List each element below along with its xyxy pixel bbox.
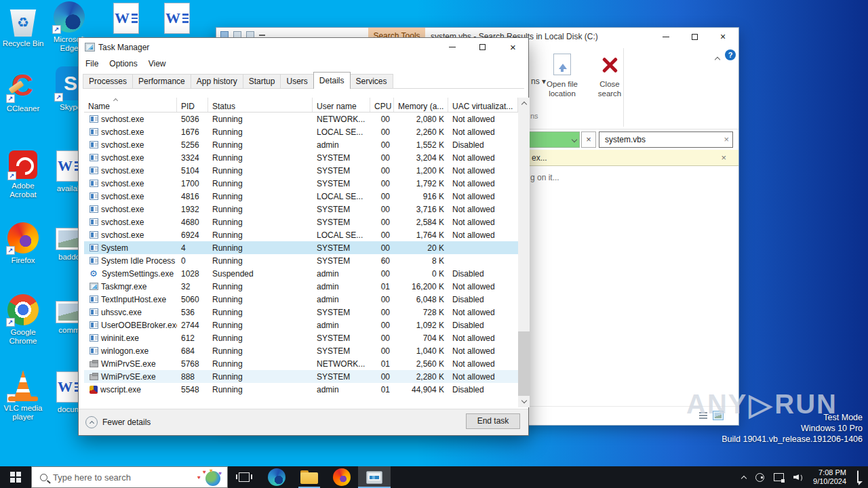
edge-icon — [268, 468, 285, 486]
qat-customize-icon[interactable] — [259, 35, 265, 36]
process-row-svchost-exe-4816[interactable]: svchost.exe4816RunningLOCAL SE...00916 K… — [84, 190, 518, 203]
ribbon-collapse-icon[interactable] — [715, 52, 719, 64]
tab-details[interactable]: Details — [313, 72, 351, 89]
desktop-icon-word-doc-1[interactable]: W — [104, 3, 148, 34]
process-row-svchost-exe-5036[interactable]: svchost.exe5036RunningNETWORK...002,080 … — [84, 113, 518, 125]
notice-close-icon[interactable]: × — [721, 150, 726, 166]
taskbar-task-manager-button[interactable] — [358, 466, 391, 488]
desktop-icon-firefox[interactable]: ↗Firefox — [1, 222, 45, 265]
cell-pid: 1932 — [177, 205, 208, 214]
column-header-name[interactable]: Name — [84, 98, 177, 112]
fewer-details-button[interactable]: Fewer details — [85, 416, 151, 428]
explorer-search-box[interactable]: × — [599, 131, 733, 148]
column-header-memory-a-[interactable]: Memory (a... — [394, 98, 448, 112]
thumbnail-view-icon[interactable] — [713, 411, 724, 420]
tab-app-history[interactable]: App history — [191, 74, 243, 88]
desktop-icon-recycle-bin[interactable]: Recycle Bin — [1, 9, 45, 48]
open-file-location-button[interactable]: Open file location — [540, 51, 584, 125]
tm-close-button[interactable]: × — [498, 38, 528, 56]
explorer-maximize-button[interactable] — [680, 28, 709, 45]
scroll-up-icon[interactable] — [518, 98, 530, 109]
close-search-button[interactable]: Close search — [588, 51, 631, 125]
stop-refresh-button[interactable]: × — [581, 131, 596, 148]
cell-status: Running — [208, 192, 313, 201]
process-row-wscript-exe-5548[interactable]: wscript.exe5548Runningadmin0144,904 KDis… — [84, 383, 518, 396]
column-header-uac-virtualizat-[interactable]: UAC virtualizat... — [448, 98, 518, 112]
tm-menu-view[interactable]: View — [143, 59, 172, 68]
details-view-icon[interactable] — [698, 411, 709, 420]
process-row-uhssvc-exe-536[interactable]: uhssvc.exe536RunningSYSTEM00728 KNot all… — [84, 306, 518, 319]
cell-status: Running — [208, 385, 313, 394]
scrollbar-thumb[interactable] — [518, 331, 530, 396]
tm-maximize-button[interactable] — [467, 38, 498, 56]
taskbar-file-explorer-button[interactable] — [293, 466, 326, 488]
process-row-svchost-exe-3324[interactable]: svchost.exe3324RunningSYSTEM003,204 KNot… — [84, 151, 518, 164]
process-row-systemsettings-exe-1028[interactable]: ⚙SystemSettings.exe1028Suspendedadmin000… — [84, 267, 518, 280]
tab-services[interactable]: Services — [350, 74, 393, 88]
desktop-icon-word-doc-2[interactable]: W — [155, 3, 199, 34]
process-icon — [90, 321, 98, 329]
process-row-system-idle-process-0[interactable]: System Idle Process0RunningSYSTEM608 K — [84, 254, 518, 267]
desktop-icon-vlc[interactable]: ↗VLC media player — [1, 370, 45, 422]
tab-startup[interactable]: Startup — [243, 74, 281, 88]
explorer-minimize-button[interactable] — [652, 28, 680, 45]
cell-status: Running — [208, 333, 313, 343]
process-row-svchost-exe-1700[interactable]: svchost.exe1700RunningSYSTEM001,792 KNot… — [84, 177, 518, 190]
taskbar-search-box[interactable]: Type here to search ♥ ♥ ♥ ♥ — [31, 466, 228, 488]
process-row-svchost-exe-1676[interactable]: svchost.exe1676RunningLOCAL SE...002,260… — [84, 125, 518, 138]
firefox-label: Firefox — [1, 256, 45, 265]
cell-memory: 1,200 K — [394, 166, 448, 176]
column-header-status[interactable]: Status — [208, 98, 313, 112]
tab-performance[interactable]: Performance — [132, 74, 191, 88]
process-row-svchost-exe-1932[interactable]: svchost.exe1932RunningSYSTEM003,716 KNot… — [84, 203, 518, 216]
address-dropdown-icon[interactable] — [572, 137, 577, 142]
action-center-button[interactable] — [852, 471, 868, 483]
desktop-icon-ccleaner[interactable]: ↗CCleaner — [1, 69, 45, 113]
task-view-button[interactable] — [228, 466, 260, 488]
column-header-pid[interactable]: PID — [177, 98, 208, 112]
clear-search-icon[interactable]: × — [724, 134, 729, 144]
taskbar-edge-button[interactable] — [260, 466, 293, 488]
process-row-textinputhost-exe-5060[interactable]: TextInputHost.exe5060Runningadmin006,048… — [84, 293, 518, 306]
cell-name: svchost.exe — [84, 205, 177, 214]
help-icon[interactable]: ? — [725, 49, 736, 60]
desktop-icon-adobe-acrobat[interactable]: ↗Adobe Acrobat — [1, 150, 45, 199]
tray-overflow-button[interactable] — [737, 466, 751, 488]
tm-scrollbar[interactable] — [518, 98, 530, 407]
process-row-wmiprvse-exe-888[interactable]: WmiPrvSE.exe888RunningSYSTEM002,280 KNot… — [84, 370, 518, 383]
tab-processes[interactable]: Processes — [83, 74, 133, 88]
explorer-close-button[interactable]: × — [709, 28, 737, 45]
column-header-user-name[interactable]: User name — [313, 98, 370, 112]
process-row-taskmgr-exe-32[interactable]: Taskmgr.exe32Runningadmin0116,200 KNot a… — [84, 280, 518, 293]
explorer-search-input[interactable] — [599, 132, 732, 147]
scroll-down-icon[interactable] — [518, 396, 530, 407]
cell-memory: 916 K — [394, 192, 448, 201]
volume-icon[interactable] — [789, 466, 808, 488]
tm-menu-options[interactable]: Options — [104, 59, 142, 68]
cell-user: admin — [313, 321, 370, 330]
end-task-button[interactable]: End task — [466, 413, 520, 429]
process-row-winlogon-exe-684[interactable]: winlogon.exe684RunningSYSTEM001,040 KNot… — [84, 344, 518, 357]
tm-minimize-button[interactable] — [437, 38, 467, 56]
taskbar-clock[interactable]: 7:08 PM 9/10/2024 — [808, 468, 852, 486]
tab-users[interactable]: Users — [280, 74, 313, 88]
process-row-svchost-exe-5104[interactable]: svchost.exe5104RunningSYSTEM001,200 KNot… — [84, 164, 518, 177]
start-button[interactable] — [0, 466, 31, 488]
process-row-wmiprvse-exe-5768[interactable]: WmiPrvSE.exe5768RunningNETWORK...012,560… — [84, 357, 518, 370]
search-highlight-doodle[interactable]: ♥ ♥ ♥ ♥ — [196, 469, 223, 487]
column-header-cpu[interactable]: CPU — [370, 98, 394, 112]
network-icon[interactable] — [769, 466, 789, 488]
process-row-wininit-exe-612[interactable]: wininit.exe612RunningSYSTEM00704 KNot al… — [84, 331, 518, 344]
desktop-icon-google-chrome[interactable]: ↗Google Chrome — [1, 294, 45, 346]
tray-status-icon[interactable] — [751, 466, 769, 488]
cell-status: Running — [208, 166, 313, 176]
cell-cpu: 60 — [370, 256, 394, 266]
process-row-svchost-exe-4680[interactable]: svchost.exe4680RunningSYSTEM002,584 KNot… — [84, 216, 518, 228]
process-row-svchost-exe-6924[interactable]: svchost.exe6924RunningLOCAL SE...001,764… — [84, 228, 518, 241]
process-row-system-4[interactable]: System4RunningSYSTEM0020 K — [84, 241, 518, 254]
taskbar-firefox-button[interactable] — [326, 466, 358, 488]
cell-uac: Not allowed — [448, 115, 518, 124]
process-row-useroobebroker-exe-2744[interactable]: UserOOBEBroker.exe2744Runningadmin001,09… — [84, 319, 518, 331]
process-row-svchost-exe-5256[interactable]: svchost.exe5256Runningadmin001,552 KDisa… — [84, 138, 518, 151]
tm-menu-file[interactable]: File — [80, 59, 104, 68]
